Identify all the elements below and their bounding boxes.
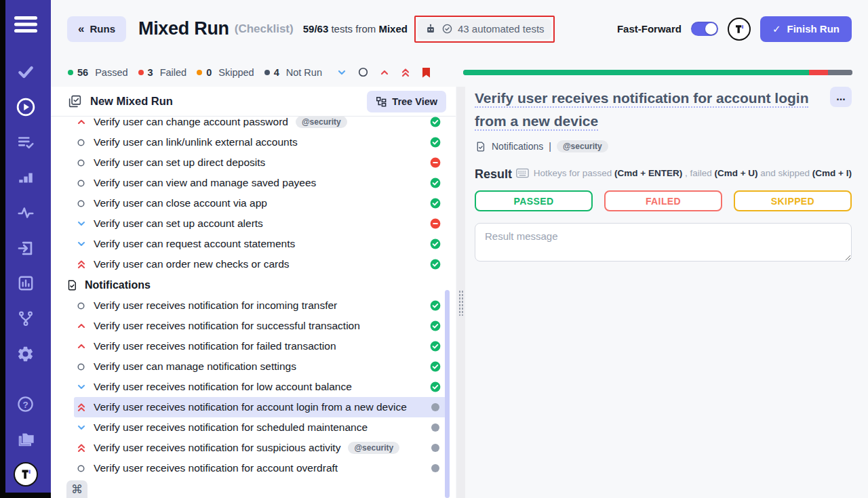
menu-icon[interactable] — [12, 10, 40, 39]
finish-run-label: Finish Run — [787, 23, 840, 35]
circle-icon[interactable] — [358, 67, 368, 77]
automated-tests-label: 43 automated tests — [458, 23, 545, 35]
tree-view-label: Tree View — [392, 96, 437, 107]
pulse-icon[interactable] — [12, 199, 40, 227]
test-title[interactable]: Verify user receives notification for ac… — [475, 87, 821, 133]
list-item[interactable]: Verify user can change account password … — [74, 117, 446, 132]
result-message-input[interactable] — [475, 223, 852, 262]
security-tag[interactable]: @security — [557, 140, 608, 152]
list-item[interactable]: Verify user can set up direct deposits — [74, 152, 446, 173]
analytics-icon[interactable] — [12, 269, 40, 297]
security-tag: @security — [348, 442, 399, 454]
list-item[interactable]: Verify user can manage notification sett… — [74, 356, 446, 377]
list-item[interactable]: Verify user can set up account alerts — [74, 213, 446, 234]
status-notrun-icon — [431, 444, 441, 452]
run-title: Mixed Run — [138, 18, 229, 39]
docs-icon[interactable] — [12, 425, 40, 453]
failed-button[interactable]: FAILED — [604, 190, 722, 211]
status-passed-icon — [430, 198, 441, 209]
list-item[interactable]: Verify user can link/unlink external acc… — [74, 132, 446, 152]
list-item[interactable]: Verify user receives notification for sc… — [74, 417, 446, 438]
stat-not-run[interactable]: 4 Not Run — [264, 67, 322, 78]
list-item[interactable]: Verify user can close account via app — [74, 193, 446, 213]
priority-normal-icon — [76, 138, 86, 147]
test-item-title: Verify user can manage notification sett… — [94, 360, 296, 373]
filter-icons — [337, 67, 431, 78]
screen-edge — [0, 0, 5, 498]
not-run-dot-icon — [431, 444, 439, 452]
priority-critical-icon — [76, 402, 86, 413]
stat-passed[interactable]: 56 Passed — [68, 67, 128, 78]
panel-resize-handle[interactable] — [456, 87, 465, 498]
stat-skipped[interactable]: 0 Skipped — [197, 67, 254, 78]
list-item[interactable]: Verify user receives notification for ac… — [74, 458, 446, 478]
security-tag: @security — [296, 117, 347, 128]
tree-view-button[interactable]: Tree View — [367, 91, 446, 112]
circle-check-icon — [441, 23, 453, 35]
list-item[interactable]: Verify user receives notification for fa… — [74, 336, 446, 356]
chevron-up-icon[interactable] — [380, 68, 389, 77]
priority-high-icon — [76, 117, 86, 127]
back-to-runs-label: Runs — [90, 23, 115, 35]
list-item[interactable]: Verify user receives notification for in… — [74, 295, 446, 316]
chevrons-left-icon: « — [78, 22, 84, 36]
passed-button[interactable]: PASSED — [475, 190, 593, 211]
chevrons-up-icon[interactable] — [401, 67, 410, 78]
list-item[interactable]: Verify user receives notification for su… — [74, 438, 446, 458]
priority-normal-icon — [76, 464, 86, 473]
test-item-title: Verify user can order new checks or card… — [94, 258, 290, 270]
test-item-title: Verify user can link/unlink external acc… — [94, 136, 298, 148]
more-options-button[interactable]: ... — [830, 87, 852, 107]
list-item[interactable]: Verify user receives notification for ac… — [74, 397, 446, 417]
test-item-title: Verify user can close account via app — [94, 197, 267, 209]
test-list-icon[interactable] — [12, 128, 40, 157]
finish-run-button[interactable]: ✓ Finish Run — [760, 16, 852, 42]
play-icon[interactable] — [12, 93, 40, 121]
check-icon: ✓ — [772, 23, 781, 35]
automated-tests-badge[interactable]: 43 automated tests — [418, 19, 551, 39]
list-item[interactable]: Verify user can view and manage saved pa… — [74, 173, 446, 193]
stat-failed[interactable]: 3 Failed — [138, 67, 187, 78]
status-notrun-icon — [431, 423, 441, 432]
meta-divider: | — [549, 141, 551, 152]
list-item[interactable]: Verify user can request account statemen… — [74, 234, 446, 254]
priority-normal-icon — [76, 179, 86, 188]
testomat-logo[interactable] — [12, 460, 40, 489]
status-passed-icon — [430, 300, 441, 311]
test-group-label[interactable]: Notifications — [492, 141, 543, 152]
status-passed-icon — [430, 381, 441, 392]
list-item[interactable]: Verify user receives notification for su… — [74, 316, 446, 336]
branch-icon[interactable] — [12, 304, 40, 333]
skipped-button[interactable]: SKIPPED — [734, 190, 852, 211]
back-to-runs-button[interactable]: « Runs — [67, 16, 126, 42]
screen-edge-bottom — [0, 493, 51, 498]
test-item-title: Verify user receives notification for su… — [94, 320, 360, 332]
settings-icon[interactable] — [12, 339, 40, 368]
fast-forward-label: Fast-Forward — [617, 23, 682, 35]
testomat-avatar-logo[interactable] — [728, 18, 751, 41]
status-passed-icon — [430, 361, 441, 372]
check-icon[interactable] — [12, 58, 40, 86]
run-progress-bar — [463, 70, 852, 75]
section-row-notifications[interactable]: Notifications — [66, 274, 456, 295]
fast-forward-toggle[interactable] — [691, 22, 718, 36]
not-run-dot-icon — [431, 423, 439, 432]
result-heading: Result — [475, 167, 512, 182]
status-dot-icon — [264, 70, 270, 75]
list-scrollbar[interactable] — [445, 290, 450, 498]
status-passed-icon — [430, 341, 441, 352]
command-key-button[interactable]: ⌘ — [66, 480, 87, 498]
robot-icon — [425, 23, 437, 35]
verdict-buttons: PASSEDFAILEDSKIPPED — [475, 190, 852, 211]
not-run-dot-icon — [431, 464, 439, 472]
bookmark-icon[interactable] — [422, 67, 431, 78]
chevron-down-icon[interactable] — [337, 68, 347, 77]
top-bar: « Runs Mixed Run (Checklist) 59/63 tests… — [51, 0, 868, 58]
list-item[interactable]: Verify user can order new checks or card… — [74, 254, 446, 274]
sign-in-icon[interactable] — [12, 234, 40, 262]
hotkeys-hint: Hotkeys for passed (Cmd + ENTER) , faile… — [516, 168, 852, 178]
steps-icon[interactable] — [12, 163, 40, 192]
help-icon[interactable]: ? — [12, 390, 40, 418]
status-dot-icon — [197, 70, 202, 75]
list-item[interactable]: Verify user receives notification for lo… — [74, 377, 446, 397]
